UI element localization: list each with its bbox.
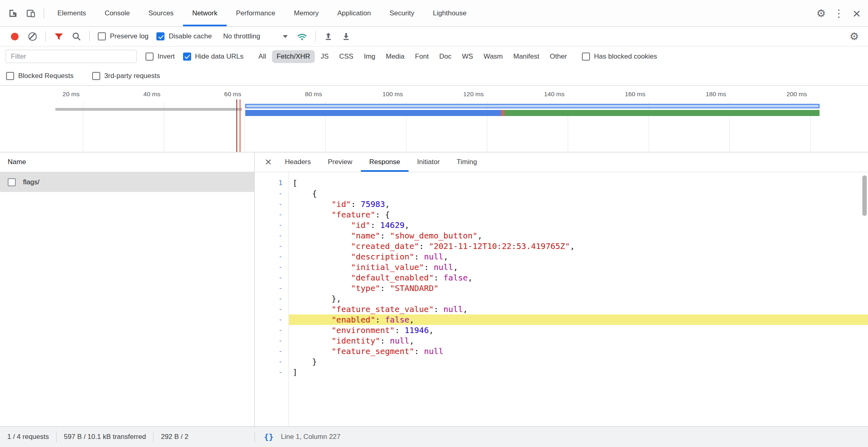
- code-text: "type": "STANDARD": [289, 283, 868, 293]
- requests-count: 1 / 4 requests: [0, 433, 56, 441]
- code-text: }: [289, 356, 868, 367]
- network-settings-button[interactable]: ⚙: [845, 27, 863, 45]
- line-number: -: [255, 367, 289, 377]
- tab-console[interactable]: Console: [95, 0, 139, 26]
- filter-type-fetch-xhr[interactable]: Fetch/XHR: [272, 50, 314, 63]
- gridline: [244, 102, 245, 152]
- vertical-scrollbar[interactable]: [862, 175, 867, 216]
- code-line: - "type": "STANDARD": [255, 283, 868, 293]
- ruler-label: 80 ms: [274, 91, 322, 98]
- code-text: },: [289, 293, 868, 304]
- tab-application[interactable]: Application: [328, 0, 380, 26]
- preserve-log-checkbox[interactable]: Preserve log: [98, 32, 148, 40]
- filter-type-all[interactable]: All: [254, 50, 271, 63]
- line-number: -: [255, 251, 289, 262]
- filter-type-font[interactable]: Font: [411, 50, 433, 63]
- import-har-button[interactable]: [320, 27, 337, 45]
- filter-type-media[interactable]: Media: [381, 50, 409, 63]
- code-text: {: [289, 188, 868, 199]
- tab-headers[interactable]: Headers: [276, 152, 319, 172]
- disable-cache-checkbox[interactable]: Disable cache: [156, 32, 212, 40]
- request-name: flags/: [23, 178, 40, 186]
- source-status: {} Line 1, Column 227: [255, 432, 868, 442]
- has-blocked-cookies-checkbox[interactable]: Has blocked cookies: [582, 53, 657, 61]
- status-bar: 1 / 4 requests 597 B / 10.1 kB transferr…: [0, 426, 868, 447]
- tab-lighthouse[interactable]: Lighthouse: [423, 0, 476, 26]
- code-text: "id": 75983,: [289, 199, 868, 209]
- line-number: -: [255, 188, 289, 199]
- tab-memory[interactable]: Memory: [284, 0, 328, 26]
- name-column-header[interactable]: Name: [0, 152, 254, 172]
- inspect-element-button[interactable]: [4, 4, 22, 22]
- code-lines: 1[- {- "id": 75983,- "feature": {- "id":…: [255, 178, 868, 377]
- close-icon: ×: [853, 6, 861, 20]
- network-conditions-button[interactable]: [293, 27, 311, 45]
- code-line: - "id": 75983,: [255, 199, 868, 209]
- code-text: "feature_segment": null: [289, 346, 868, 356]
- code-line: -]: [255, 367, 868, 377]
- divider: [315, 31, 316, 42]
- blocked-requests-checkbox[interactable]: Blocked Requests: [6, 72, 74, 80]
- ruler-label: 120 ms: [435, 91, 484, 98]
- pretty-print-button[interactable]: {}: [264, 432, 274, 442]
- code-text: "initial_value": null,: [289, 262, 868, 272]
- record-network-log-button[interactable]: [6, 27, 23, 45]
- tab-sources[interactable]: Sources: [139, 0, 183, 26]
- search-icon: [72, 32, 82, 42]
- filter-type-wasm[interactable]: Wasm: [479, 50, 508, 63]
- divider: [89, 31, 90, 42]
- filter-type-css[interactable]: CSS: [335, 50, 358, 63]
- invert-checkbox[interactable]: Invert: [145, 53, 175, 61]
- tab-network[interactable]: Network: [183, 0, 227, 26]
- checkbox-unchecked: [145, 53, 154, 61]
- filter-type-ws[interactable]: WS: [457, 50, 477, 63]
- filter-type-img[interactable]: Img: [359, 50, 379, 63]
- device-toolbar-button[interactable]: [22, 4, 40, 22]
- waterfall-bar-red-sliver: [501, 110, 505, 116]
- response-code-viewer: 1[- {- "id": 75983,- "feature": {- "id":…: [255, 172, 868, 426]
- divider: [44, 8, 44, 19]
- request-row[interactable]: flags/: [0, 172, 254, 192]
- third-party-requests-label: 3rd-party requests: [104, 72, 160, 80]
- close-devtools-button[interactable]: ×: [848, 4, 866, 22]
- gutter-separator: [289, 172, 289, 426]
- tab-preview[interactable]: Preview: [319, 152, 360, 172]
- filter-type-other[interactable]: Other: [546, 50, 572, 63]
- export-har-button[interactable]: [337, 27, 355, 45]
- network-overview-timeline[interactable]: 20 ms 40 ms 60 ms 80 ms 100 ms 120 ms 14…: [0, 86, 868, 152]
- transferred-size: 597 B / 10.1 kB transferred: [57, 433, 153, 441]
- line-number: -: [255, 199, 289, 209]
- tab-timing[interactable]: Timing: [448, 152, 485, 172]
- ruler-label: 40 ms: [112, 91, 160, 98]
- wifi-icon: [297, 31, 308, 42]
- filter-type-manifest[interactable]: Manifest: [509, 50, 544, 63]
- waterfall-bar-green: [505, 110, 820, 116]
- close-detail-button[interactable]: ×: [260, 154, 276, 170]
- more-options-button[interactable]: ⋮: [830, 4, 848, 22]
- inspect-cursor-icon: [8, 8, 18, 19]
- search-button[interactable]: [67, 27, 85, 45]
- settings-button[interactable]: ⚙: [812, 4, 830, 22]
- tab-performance[interactable]: Performance: [227, 0, 284, 26]
- gridline: [568, 102, 568, 152]
- tab-initiator[interactable]: Initiator: [409, 152, 448, 172]
- code-line: - "created_date": "2021-11-12T10:22:53.4…: [255, 241, 868, 251]
- invert-label: Invert: [158, 53, 175, 61]
- has-blocked-cookies-label: Has blocked cookies: [594, 53, 657, 61]
- throttling-dropdown[interactable]: No throttling: [223, 32, 288, 40]
- filter-type-js[interactable]: JS: [316, 50, 333, 63]
- tab-security[interactable]: Security: [380, 0, 423, 26]
- third-party-requests-checkbox[interactable]: 3rd-party requests: [92, 72, 160, 80]
- filter-type-doc[interactable]: Doc: [435, 50, 456, 63]
- line-number: -: [255, 209, 289, 220]
- hide-data-urls-checkbox[interactable]: Hide data URLs: [183, 53, 244, 61]
- tab-response[interactable]: Response: [361, 152, 409, 172]
- filter-input[interactable]: [6, 50, 137, 63]
- code-line: - "feature_state_value": null,: [255, 304, 868, 314]
- filter-toggle-button[interactable]: [50, 27, 67, 45]
- tab-elements[interactable]: Elements: [48, 0, 95, 26]
- clear-network-log-button[interactable]: [23, 27, 41, 45]
- network-filter-bar: Invert Hide data URLs All Fetch/XHR JS C…: [0, 46, 868, 66]
- line-number: -: [255, 293, 289, 304]
- checkbox-checked: [183, 53, 191, 61]
